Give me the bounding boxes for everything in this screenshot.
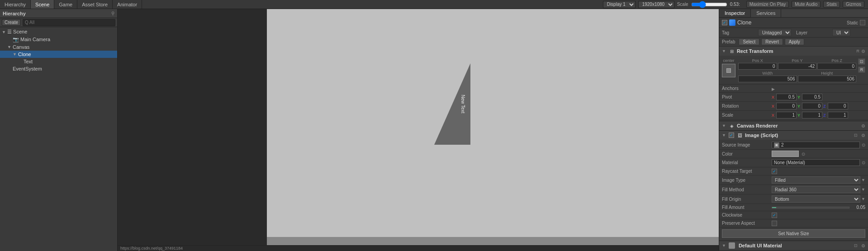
- is-collapse-icon: ▼: [722, 133, 726, 137]
- inspector-content: Clone Static Tag Untagged Layer UI Prefa…: [719, 18, 868, 251]
- clockwise-checkbox[interactable]: [772, 213, 777, 218]
- scale-x-input[interactable]: [776, 112, 797, 118]
- prefab-select-btn[interactable]: Select: [739, 38, 759, 45]
- gizmos-btn[interactable]: Gizmos: [843, 1, 864, 8]
- rect-transform-header[interactable]: ▼ ⊞ Rect Transform R ⚙: [719, 47, 868, 56]
- cr-settings-icon[interactable]: ⚙: [861, 123, 865, 128]
- rt-width-field: Width: [738, 71, 797, 82]
- tab-services[interactable]: Services: [751, 9, 781, 17]
- dm-settings-icon[interactable]: ⚙: [861, 243, 865, 248]
- tab-animator[interactable]: Animator: [113, 0, 142, 9]
- pivot-x-input[interactable]: [776, 94, 797, 100]
- canvas-renderer-header[interactable]: ▼ ◈ Canvas Renderer ⚙: [719, 121, 868, 130]
- source-image-pick-icon[interactable]: ⊙: [862, 142, 865, 147]
- create-button[interactable]: Create: [2, 19, 21, 26]
- anchor-widget-icon[interactable]: [722, 64, 735, 77]
- display-select[interactable]: Display 1: [603, 1, 636, 8]
- default-material-header[interactable]: ▼ Default UI Material ⊡ ⚙: [719, 241, 868, 251]
- raycast-target-checkbox[interactable]: [772, 169, 777, 174]
- scale-y-input[interactable]: [802, 112, 822, 118]
- object-enabled-checkbox[interactable]: [722, 20, 727, 25]
- search-input[interactable]: [23, 19, 115, 26]
- hierarchy-item-clone[interactable]: ▼ Clone: [0, 51, 117, 58]
- static-checkbox[interactable]: [860, 20, 865, 25]
- resolution-select[interactable]: 1920x1080: [638, 1, 674, 8]
- rotation-values: X Y Z: [772, 103, 865, 109]
- is-enabled-checkbox[interactable]: [729, 133, 734, 138]
- is-r-btn[interactable]: ⊡: [854, 133, 858, 137]
- rt-posx-input[interactable]: [738, 63, 777, 70]
- hierarchy-title: Hierarchy: [3, 11, 26, 16]
- image-type-select[interactable]: Filled: [772, 176, 860, 184]
- rt-height-input[interactable]: [798, 76, 857, 82]
- tab-hierarchy[interactable]: Hierarchy: [0, 0, 31, 9]
- rt-pivot-row: Pivot X Y: [719, 93, 868, 102]
- hierarchy-item-scene[interactable]: ▼ ☰ Scene: [0, 28, 117, 36]
- rt-icon: ⊞: [729, 48, 735, 54]
- stats-btn[interactable]: Stats: [823, 1, 840, 8]
- rt-anchor-widget[interactable]: center: [722, 58, 735, 77]
- prefab-revert-btn[interactable]: Revert: [761, 38, 783, 45]
- prefab-apply-btn[interactable]: Apply: [785, 38, 804, 45]
- tab-scene[interactable]: Scene: [31, 0, 54, 9]
- is-body: Source Image ▣ 2 ⊙ Color ⊙: [719, 140, 868, 241]
- rt-r-btn-1[interactable]: ⊡: [858, 58, 865, 65]
- is-settings-icon[interactable]: ⚙: [861, 133, 865, 138]
- rot-z-input[interactable]: [828, 103, 848, 109]
- scale-z-input[interactable]: [828, 112, 848, 118]
- maximize-on-play-btn[interactable]: Maximize On Play: [746, 1, 789, 8]
- fill-amount-slider-track[interactable]: [772, 207, 849, 208]
- rt-posy-field: Pos Y: [778, 58, 817, 70]
- rt-width-input[interactable]: [738, 76, 797, 82]
- tab-game[interactable]: Game: [54, 0, 77, 9]
- color-label: Color: [722, 152, 772, 156]
- tab-asset-store[interactable]: Asset Store: [77, 0, 113, 9]
- fill-method-arrow-icon: ▼: [861, 187, 865, 192]
- pivot-y-input[interactable]: [802, 94, 822, 100]
- dm-r-btn[interactable]: ⊡: [854, 243, 858, 248]
- rot-z-label: Z: [823, 104, 826, 109]
- anchors-expand[interactable]: ▶: [772, 86, 865, 91]
- mute-audio-btn[interactable]: Mute Audio: [792, 1, 821, 8]
- cr-title: Canvas Renderer: [737, 123, 859, 128]
- preserve-aspect-checkbox[interactable]: [772, 221, 777, 226]
- pivot-label: Pivot: [722, 95, 772, 99]
- color-swatch[interactable]: [772, 151, 799, 157]
- scale-slider[interactable]: [691, 1, 727, 8]
- layer-select[interactable]: UI: [832, 29, 850, 36]
- rt-posz-input[interactable]: [817, 63, 856, 70]
- tab-inspector[interactable]: Inspector: [719, 9, 751, 17]
- triangle-container: New Text: [434, 63, 470, 145]
- hierarchy-content: ▼ ☰ Scene 📷 Main Camera ▼ Canvas ▼ Clone: [0, 27, 117, 251]
- image-script-header[interactable]: ▼ 🖼 Image (Script) ⊡ ⚙: [719, 131, 868, 140]
- pivot-values: X Y: [772, 94, 865, 100]
- rt-width-label: Width: [738, 71, 797, 76]
- material-field[interactable]: None (Material): [772, 159, 860, 166]
- material-pick-icon[interactable]: ⊙: [862, 160, 865, 165]
- rt-r-btn-2[interactable]: R: [858, 66, 865, 73]
- rt-posy-input[interactable]: [778, 63, 817, 70]
- tag-select[interactable]: Untagged: [758, 29, 792, 36]
- prefab-row: Prefab Select Revert Apply: [719, 38, 868, 47]
- hierarchy-pin-icon[interactable]: ⚲: [111, 11, 114, 16]
- hierarchy-item-event-system[interactable]: EventSystem: [0, 65, 117, 72]
- rot-y-input[interactable]: [802, 103, 822, 109]
- fill-method-select[interactable]: Radial 360: [772, 186, 860, 193]
- cr-icon: ◈: [729, 123, 735, 129]
- set-native-size-btn[interactable]: Set Native Size: [722, 229, 865, 238]
- rt-settings-icon[interactable]: ⚙: [861, 49, 865, 54]
- hierarchy-item-canvas[interactable]: ▼ Canvas: [0, 43, 117, 51]
- hierarchy-item-text[interactable]: Text: [0, 58, 117, 65]
- preserve-aspect-label: Preserve Aspect: [722, 221, 772, 226]
- color-pick-icon[interactable]: ⊙: [802, 152, 805, 156]
- fill-amount-slider-fill: [772, 207, 776, 208]
- scale-x-label: X: [772, 113, 774, 118]
- rot-x-input[interactable]: [776, 103, 797, 109]
- event-system-label: EventSystem: [13, 66, 117, 71]
- rt-r-btn[interactable]: R: [857, 49, 860, 53]
- static-label: Static: [847, 20, 858, 25]
- hierarchy-item-main-camera[interactable]: 📷 Main Camera: [0, 36, 117, 43]
- rt-anchor-pos-row: center Pos X: [719, 57, 868, 85]
- source-image-field[interactable]: ▣ 2: [772, 142, 860, 148]
- fill-origin-select[interactable]: Bottom: [772, 195, 860, 203]
